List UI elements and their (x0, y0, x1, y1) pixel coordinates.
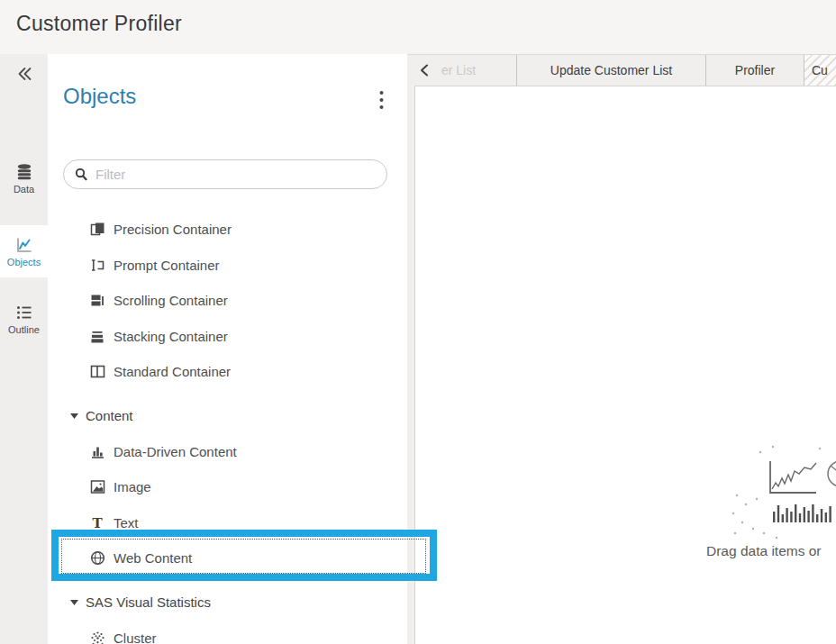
object-item-precision-container[interactable]: Precision Container (48, 212, 407, 248)
prompt-container-icon (90, 258, 105, 273)
object-item-cluster[interactable]: Cluster (48, 621, 407, 644)
object-list: Precision Container Prompt Container Scr… (48, 212, 407, 644)
app-title: Customer Profiler (16, 12, 182, 36)
filter-input[interactable] (95, 167, 376, 182)
globe-icon (90, 550, 105, 566)
rail-item-objects[interactable]: Objects (0, 225, 48, 277)
tab-update-customer-list[interactable]: Update Customer List (516, 55, 705, 86)
tab-partial-left[interactable]: er List (441, 55, 516, 86)
search-icon (75, 168, 88, 181)
triangle-down-icon (70, 413, 78, 419)
cluster-dots-icon (90, 630, 105, 644)
charts-sketch-icon (730, 443, 836, 542)
bulleted-list-icon (15, 304, 33, 322)
scrolling-container-icon (90, 293, 105, 308)
chevrons-left-icon (16, 67, 32, 81)
rail-item-label: Outline (8, 324, 40, 335)
rail-item-outline[interactable]: Outline (0, 294, 48, 344)
report-canvas[interactable]: Drag data items or (414, 86, 836, 644)
object-item-text[interactable]: T Text (48, 505, 407, 541)
object-item-standard-container[interactable]: Standard Container (48, 354, 407, 390)
chevron-left-icon (419, 64, 430, 77)
filter-box (63, 159, 387, 189)
app-header: Customer Profiler (0, 0, 836, 54)
section-content[interactable]: Content (48, 390, 407, 434)
tab-profiler[interactable]: Profiler (705, 55, 804, 86)
standard-container-icon (90, 364, 105, 379)
tab-scroll-left-button[interactable] (407, 55, 441, 86)
kebab-menu-button[interactable] (377, 88, 386, 112)
object-item-stacking-container[interactable]: Stacking Container (48, 319, 407, 355)
object-item-prompt-container[interactable]: Prompt Container (48, 248, 407, 284)
database-icon (15, 163, 33, 181)
section-sas-visual-statistics[interactable]: SAS Visual Statistics (48, 576, 407, 621)
canvas-placeholder-text: Drag data items or (706, 543, 822, 559)
kebab-menu-icon (379, 90, 384, 110)
object-item-data-driven-content[interactable]: Data-Driven Content (48, 434, 407, 470)
triangle-down-icon (70, 600, 78, 605)
line-chart-icon (15, 236, 33, 254)
collapse-panel-button[interactable] (0, 61, 48, 86)
tab-partial-right[interactable]: Cu (804, 55, 836, 86)
svg-text:T: T (93, 515, 104, 531)
text-icon: T (90, 515, 105, 531)
rail-item-label: Data (14, 184, 34, 195)
app-root: Customer Profiler Data (0, 0, 836, 644)
objects-panel: Objects Precision Container (48, 54, 407, 644)
stacking-container-icon (90, 329, 105, 344)
object-item-image[interactable]: Image (48, 469, 407, 505)
precision-container-icon (90, 222, 105, 237)
object-item-web-content[interactable]: Web Content (48, 540, 407, 576)
rail-item-data[interactable]: Data (0, 153, 48, 204)
rail-item-label: Objects (7, 257, 41, 268)
image-icon (90, 479, 105, 494)
object-item-scrolling-container[interactable]: Scrolling Container (48, 283, 407, 319)
panel-title: Objects (63, 84, 136, 109)
workspace: er List Update Customer List Profiler Cu (407, 54, 836, 644)
left-rail: Data Objects (0, 54, 48, 644)
tab-bar: er List Update Customer List Profiler Cu (407, 54, 836, 86)
bar-chart-icon (90, 444, 105, 459)
